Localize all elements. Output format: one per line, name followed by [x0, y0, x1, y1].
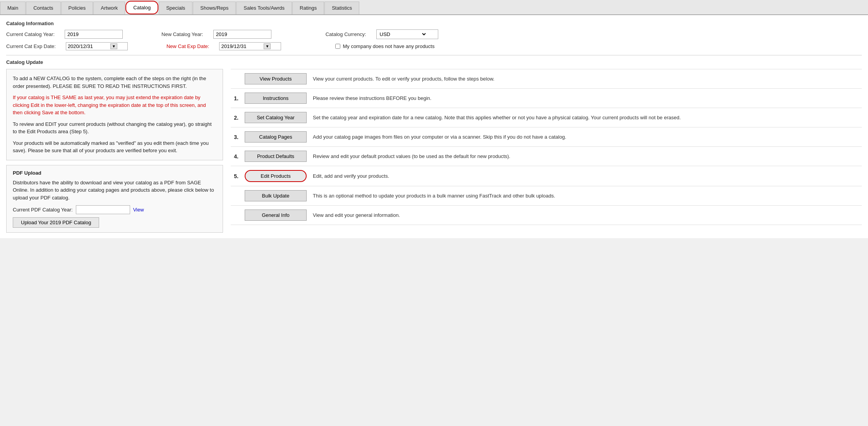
no-products-label: My company does not have any products — [343, 43, 434, 49]
bulk-update-row: Bulk Update This is an optional method t… — [231, 186, 862, 206]
current-year-input[interactable] — [65, 30, 123, 39]
pdf-year-row: Current PDF Catalog Year: View — [13, 205, 216, 214]
two-col-layout: To add a NEW CATALOG to the system, comp… — [6, 69, 862, 233]
vp-no-step — [231, 69, 242, 89]
para2: If your catalog is THE SAME as last year… — [13, 94, 216, 117]
vp-btn-cell: View Products — [242, 69, 310, 89]
catalog-info-label: Catalog Information — [6, 21, 862, 26]
currency-label: Catalog Currency: — [326, 31, 369, 37]
step-1-btn-cell: Instructions — [242, 89, 310, 108]
new-year-label: New Catalog Year: — [161, 31, 206, 37]
step-2-num: 2. — [231, 108, 242, 127]
tab-statistics[interactable]: Statistics — [324, 2, 359, 14]
step-3-num: 3. — [231, 127, 242, 147]
gi-desc: View and edit your general information. — [310, 206, 862, 225]
step-3-desc: Add your catalog page images from files … — [310, 127, 862, 147]
set-catalog-year-button[interactable]: Set Catalog Year — [245, 112, 307, 123]
pdf-upload-title: PDF Upload — [13, 170, 216, 176]
bulk-btn-cell: Bulk Update — [242, 186, 310, 206]
tab-shows-reps[interactable]: Shows/Reps — [193, 2, 236, 14]
right-column: View Products View your current products… — [231, 69, 862, 225]
tab-bar: Main Contacts Policies Artwork Catalog S… — [0, 0, 868, 15]
pdf-upload-para: Distributors have the ability to downloa… — [13, 179, 216, 202]
step-1-row: 1. Instructions Please review these inst… — [231, 89, 862, 108]
gi-btn-cell: General Info — [242, 206, 310, 225]
catalog-update-label: Catalog Update — [6, 59, 862, 65]
no-products-wrap: My company does not have any products — [335, 43, 434, 49]
step-1-desc: Please review these instructions BEFORE … — [310, 89, 862, 108]
tab-contacts[interactable]: Contacts — [26, 2, 60, 14]
pdf-upload-box: PDF Upload Distributors have the ability… — [6, 165, 223, 233]
edit-products-button[interactable]: Edit Products — [245, 170, 307, 182]
new-exp-wrap: ▼ — [219, 42, 281, 50]
tab-ratings[interactable]: Ratings — [292, 2, 324, 14]
currency-select[interactable]: USD CAD EUR GBP — [377, 30, 427, 39]
current-year-label: Current Catalog Year: — [6, 31, 57, 37]
para1: To add a NEW CATALOG to the system, comp… — [13, 75, 216, 90]
new-exp-input[interactable] — [221, 43, 263, 49]
catalog-pages-button[interactable]: Catalog Pages — [245, 131, 307, 143]
currency-select-wrap: USD CAD EUR GBP — [376, 29, 438, 39]
step-4-desc: Review and edit your default product val… — [310, 147, 862, 166]
para4: Your products will be automatically mark… — [13, 139, 216, 155]
tab-catalog[interactable]: Catalog — [125, 1, 158, 14]
new-exp-calendar-btn[interactable]: ▼ — [264, 43, 271, 49]
step-3-btn-cell: Catalog Pages — [242, 127, 310, 147]
instructions-button[interactable]: Instructions — [245, 93, 307, 104]
current-exp-label: Current Cat Exp Date: — [6, 43, 58, 49]
step-2-btn-cell: Set Catalog Year — [242, 108, 310, 127]
step-3-row: 3. Catalog Pages Add your catalog page i… — [231, 127, 862, 147]
tab-sales-tools[interactable]: Sales Tools/Awrds — [236, 2, 292, 14]
view-products-button[interactable]: View Products — [245, 73, 307, 84]
step-4-row: 4. Product Defaults Review and edit your… — [231, 147, 862, 166]
upload-pdf-btn[interactable]: Upload Your 2019 PDF Catalog — [13, 217, 99, 228]
step-5-desc: Edit, add and verify your products. — [310, 166, 862, 186]
general-info-row: General Info View and edit your general … — [231, 206, 862, 225]
gi-no-step — [231, 206, 242, 225]
current-exp-wrap: ▼ — [66, 42, 128, 50]
view-products-row: View Products View your current products… — [231, 69, 862, 89]
bulk-desc: This is an optional method to update you… — [310, 186, 862, 206]
action-table: View Products View your current products… — [231, 69, 862, 225]
para3: To review and EDIT your current products… — [13, 120, 216, 136]
tab-artwork[interactable]: Artwork — [93, 2, 125, 14]
tab-main[interactable]: Main — [0, 2, 26, 14]
catalog-update-info-box: To add a NEW CATALOG to the system, comp… — [6, 69, 223, 160]
pdf-year-label: Current PDF Catalog Year: — [13, 207, 73, 213]
current-exp-calendar-btn[interactable]: ▼ — [110, 43, 117, 49]
tab-specials[interactable]: Specials — [159, 2, 192, 14]
pdf-year-input[interactable] — [76, 205, 130, 214]
tab-policies[interactable]: Policies — [61, 2, 93, 14]
step-2-row: 2. Set Catalog Year Set the catalog year… — [231, 108, 862, 127]
bulk-update-button[interactable]: Bulk Update — [245, 190, 307, 201]
vp-desc: View your current products. To edit or v… — [310, 69, 862, 89]
no-products-checkbox[interactable] — [335, 44, 340, 49]
bulk-no-step — [231, 186, 242, 206]
step-5-btn-cell: Edit Products — [242, 166, 310, 186]
current-exp-input[interactable] — [68, 43, 110, 49]
pdf-view-link[interactable]: View — [133, 207, 144, 213]
step-4-btn-cell: Product Defaults — [242, 147, 310, 166]
product-defaults-button[interactable]: Product Defaults — [245, 151, 307, 162]
step-5-row: 5. Edit Products Edit, add and verify yo… — [231, 166, 862, 186]
step-4-num: 4. — [231, 147, 242, 166]
step-2-desc: Set the catalog year and expiration date… — [310, 108, 862, 127]
general-info-button[interactable]: General Info — [245, 210, 307, 221]
new-exp-label: New Cat Exp Date: — [166, 43, 212, 49]
step-1-num: 1. — [231, 89, 242, 108]
new-year-input[interactable] — [213, 30, 271, 39]
step-5-num: 5. — [231, 166, 242, 186]
left-column: To add a NEW CATALOG to the system, comp… — [6, 69, 223, 233]
main-content: Catalog Information Current Catalog Year… — [0, 15, 868, 238]
